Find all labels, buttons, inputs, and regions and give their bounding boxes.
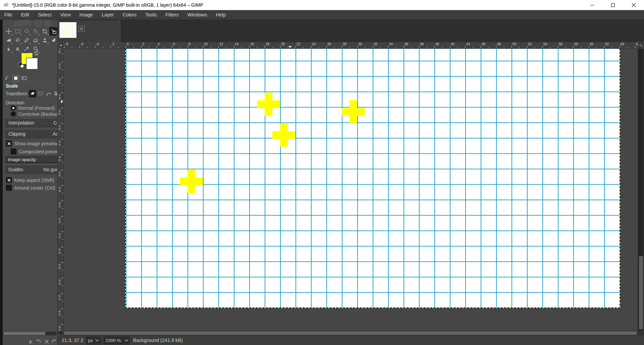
ruler-tick [296,46,296,48]
bucket-fill-tool-button[interactable] [13,36,22,44]
pencil-tool-button[interactable] [22,36,31,44]
ruler-label: 4 [158,42,160,46]
direction-corrective-radio[interactable]: Corrective (Backwar [11,111,58,117]
menu-layer[interactable]: Layer [97,10,118,20]
background-color-swatch[interactable] [26,58,38,69]
dock-tab-device-status[interactable] [20,75,28,82]
ruler-tick [61,124,63,124]
ruler-tick [61,154,63,155]
ruler-label: 62 [605,42,609,46]
ruler-label: 4 2 [59,140,60,146]
crop-tool-button[interactable] [40,27,49,36]
zoom-follow-window-button[interactable] [638,42,644,48]
dock-tab-tool-options[interactable] [12,75,20,82]
minimize-button[interactable] [582,0,602,10]
tool-group-arrow-icon [11,34,12,35]
gradient-tool-button[interactable] [4,36,13,44]
ink-tool-button[interactable] [4,45,13,53]
ruler-label: 20 [281,42,285,46]
delete-tool-preset-button[interactable] [43,338,50,345]
ruler-tick [488,47,489,48]
menu-filters[interactable]: Filters [161,10,183,20]
menu-windows[interactable]: Windows [183,10,212,20]
scrollbar-thumb[interactable] [4,332,45,335]
scrollbar-thumb[interactable] [64,331,637,335]
menu-tools[interactable]: Tools [141,10,161,20]
vertical-scrollbar[interactable] [638,49,643,331]
quick-mask-toggle[interactable] [59,331,63,335]
ruler-tick [195,47,196,48]
maximize-button[interactable] [602,0,623,10]
menu-help[interactable]: Help [212,10,230,20]
image-tab-strip [58,20,644,42]
top-ruler[interactable]: -8-6-4-202468101214161820222426283032343… [64,42,638,49]
ruler-tick [380,47,381,48]
menu-view[interactable]: View [56,10,75,20]
menu-file[interactable]: File [0,10,16,20]
ruler-tick [62,224,63,224]
ruler-label: 58 [574,42,578,46]
transform-layer-button[interactable] [29,90,36,97]
menu-edit[interactable]: Edit [16,10,34,20]
restore-tool-preset-button[interactable] [35,338,42,345]
ruler-label: 14 [235,42,238,46]
menu-select[interactable]: Select [34,10,56,20]
fuzzy-select-tool-button[interactable] [31,27,40,36]
ruler-label: 6 2 [59,294,60,300]
transform-selection-button[interactable] [37,90,44,97]
move-tool-button[interactable] [4,27,13,36]
image-tab[interactable] [58,20,121,42]
canvas-viewport[interactable] [64,49,638,331]
dock-tab-tool-options-back[interactable] [4,75,11,82]
zoom-input[interactable]: 2300 % [104,337,123,344]
image-tab-close-icon[interactable] [78,26,85,32]
ruler-tick [427,47,427,48]
horizontal-scrollbar[interactable] [64,331,638,335]
text-tool-button[interactable]: A [13,45,22,53]
window-edge [0,20,3,345]
unit-dropdown[interactable]: px [86,337,101,344]
ruler-tick [62,162,63,162]
close-button[interactable] [623,0,644,10]
tool-group-arrow-icon [29,34,31,35]
image-opacity-slider[interactable]: Image opacity 10 [5,156,58,163]
left-ruler[interactable]: 3 03 23 43 63 84 04 24 44 64 85 05 25 45… [58,49,64,331]
zoom-dropdown[interactable] [123,337,130,344]
eraser-tool-button[interactable] [31,36,40,44]
color-picker-tool-button[interactable] [22,45,31,53]
direction-normal-radio[interactable]: Normal (Forward) [11,105,55,111]
ruler-corner-button[interactable] [59,42,64,48]
show-image-preview-checkbox[interactable]: Show image preview [6,141,57,146]
ruler-tick [61,232,63,232]
free-select-tool-button[interactable] [22,27,31,36]
menu-colors[interactable]: Colors [118,10,141,20]
ruler-tick [496,46,496,48]
clipping-select[interactable]: Clipping Adju [5,129,58,138]
dock-scrollbar[interactable] [3,332,56,335]
yellow-cross [342,108,365,116]
swap-colors-icon[interactable] [34,51,39,56]
save-tool-preset-button[interactable] [27,338,34,345]
default-colors-icon[interactable] [19,63,23,67]
scrollbar-thumb[interactable] [639,256,643,329]
tool-group-arrow-icon [20,51,21,53]
ruler-tick [62,193,63,193]
ruler-label: 30 [358,42,362,46]
clone-tool-button[interactable] [40,36,49,44]
rect-select-tool-button[interactable] [13,27,22,36]
interpolation-select[interactable]: Interpolation Cub [5,118,58,127]
keep-aspect-checkbox[interactable]: Keep aspect (Shift) [6,177,54,183]
reset-tool-options-button[interactable] [50,338,58,345]
ruler-tick [527,46,527,48]
around-center-checkbox[interactable]: Around center (Ctrl) [6,185,55,191]
composited-preview-checkbox[interactable]: Composited preview [11,149,58,154]
ruler-label: 40 [435,42,439,46]
transform-image-button[interactable] [53,90,58,97]
ruler-tick [187,46,188,48]
guides-select[interactable]: Guides No guide [5,165,58,174]
smudge-tool-button[interactable] [49,36,58,44]
transform-path-button[interactable] [45,90,52,97]
scale-tool-button[interactable] [49,27,58,36]
menu-image[interactable]: Image [75,10,97,20]
canvas-image[interactable] [126,49,620,308]
